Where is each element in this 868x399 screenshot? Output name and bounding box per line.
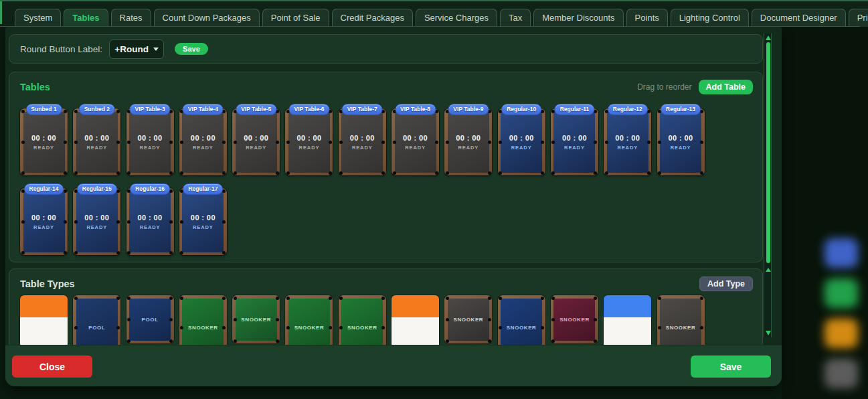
table-card-vip-table-7[interactable]: VIP Table-700 : 00READY xyxy=(339,108,386,175)
table-timer: 00 : 00 xyxy=(31,214,56,222)
pocket-dot xyxy=(21,110,25,113)
tab-points[interactable]: Points xyxy=(626,9,668,27)
tab-rates[interactable]: Rates xyxy=(111,9,151,27)
type-card-10[interactable]: SNOOKER xyxy=(498,295,545,349)
table-felt: 00 : 00READY xyxy=(23,112,65,173)
table-card-sunbed-1[interactable]: Sunbed 100 : 00READY xyxy=(20,108,68,175)
table-felt: 00 : 00READY xyxy=(182,112,224,173)
tab-member-discounts[interactable]: Member Discounts xyxy=(533,9,623,27)
table-card-vip-table-4[interactable]: VIP Table-400 : 00READY xyxy=(179,108,227,175)
table-name-badge: VIP Table-3 xyxy=(130,104,171,115)
pocket-dot xyxy=(339,297,343,300)
table-felt: 00 : 00READY xyxy=(23,191,65,252)
pocket-dot xyxy=(286,297,290,300)
type-label: POOL xyxy=(88,325,105,331)
pocket-dot xyxy=(339,141,343,144)
type-card-1[interactable] xyxy=(20,295,68,348)
pocket-dot xyxy=(339,171,343,175)
type-label: SNOOKER xyxy=(347,325,377,331)
tab-count-down-packages[interactable]: Count Down Packages xyxy=(154,9,260,27)
table-name-badge: VIP Table-9 xyxy=(448,104,489,115)
pocket-dot xyxy=(64,251,67,254)
table-card-regular-12[interactable]: Regular-1200 : 00READY xyxy=(604,108,651,175)
tab-tables[interactable]: Tables xyxy=(64,9,108,27)
pocket-dot xyxy=(222,171,226,175)
table-card-regular-17[interactable]: Regular-1700 : 00READY xyxy=(179,188,227,255)
type-card-5[interactable]: SNOOKER xyxy=(232,295,280,343)
add-table-button[interactable]: Add Table xyxy=(699,80,754,94)
pocket-dot xyxy=(169,251,173,254)
pocket-dot xyxy=(21,171,25,175)
close-button[interactable]: Close xyxy=(12,355,92,378)
tab-document-designer[interactable]: Document Designer xyxy=(752,9,846,27)
table-card-sunbed-2[interactable]: Sunbed 200 : 00READY xyxy=(73,108,120,175)
table-name-badge: Regular-15 xyxy=(77,183,117,195)
pocket-dot xyxy=(180,326,183,329)
tab-service-charges[interactable]: Service Charges xyxy=(416,9,497,27)
content-scrollbar[interactable] xyxy=(764,33,772,337)
type-card-9[interactable]: SNOOKER xyxy=(444,295,492,343)
type-card-2[interactable]: POOL xyxy=(73,295,120,349)
table-timer: 00 : 00 xyxy=(244,134,268,142)
table-timer: 00 : 00 xyxy=(191,214,215,222)
pocket-dot xyxy=(541,141,544,144)
pocket-dot xyxy=(329,171,332,175)
table-name-badge: VIP Table-8 xyxy=(395,104,436,115)
table-card-vip-table-8[interactable]: VIP Table-800 : 00READY xyxy=(392,108,439,175)
pocket-dot xyxy=(74,251,78,254)
table-card-regular-11[interactable]: Regular-1100 : 00READY xyxy=(551,108,598,175)
pocket-dot xyxy=(605,141,608,144)
table-status: READY xyxy=(140,224,161,230)
table-card-vip-table-9[interactable]: VIP Table-900 : 00READY xyxy=(444,108,492,175)
pocket-dot xyxy=(116,326,120,329)
table-card-regular-15[interactable]: Regular-1500 : 00READY xyxy=(73,188,120,255)
table-timer: 00 : 00 xyxy=(84,134,109,142)
scrollbar-up-arrow-icon[interactable] xyxy=(766,35,771,40)
table-status: READY xyxy=(352,145,373,151)
type-card-8[interactable] xyxy=(392,295,439,348)
round-label-select[interactable]: +Round xyxy=(109,39,164,59)
type-felt: POOL xyxy=(129,299,171,341)
pocket-dot xyxy=(647,171,650,175)
type-card-11[interactable]: SNOOKER xyxy=(551,295,598,343)
type-card-3[interactable]: POOL xyxy=(126,295,174,343)
pocket-dot xyxy=(127,141,131,144)
pocket-dot xyxy=(594,297,597,300)
scrollbar-down-arrow-icon[interactable] xyxy=(766,331,771,335)
tab-point-of-sale[interactable]: Point of Sale xyxy=(262,9,329,27)
tab-system[interactable]: System xyxy=(15,9,61,27)
scrollbar-thumb[interactable] xyxy=(766,42,770,263)
table-card-regular-14[interactable]: Regular-1400 : 00READY xyxy=(20,188,68,255)
table-card-regular-13[interactable]: Regular-1300 : 00READY xyxy=(657,108,705,175)
type-label: SNOOKER xyxy=(188,325,218,331)
type-color-bottom xyxy=(20,317,68,348)
pocket-dot xyxy=(594,339,597,343)
table-card-regular-10[interactable]: Regular-1000 : 00READY xyxy=(498,108,545,175)
type-label: SNOOKER xyxy=(454,317,484,323)
table-felt: 00 : 00READY xyxy=(288,112,330,173)
table-card-regular-16[interactable]: Regular-1600 : 00READY xyxy=(126,188,174,255)
save-button[interactable]: Save xyxy=(691,355,771,378)
table-felt: 00 : 00READY xyxy=(129,191,171,252)
tab-printers[interactable]: Printers xyxy=(849,9,868,27)
table-card-vip-table-5[interactable]: VIP Table-500 : 00READY xyxy=(232,108,280,175)
pocket-dot xyxy=(21,251,25,254)
table-card-vip-table-3[interactable]: VIP Table-300 : 00READY xyxy=(126,108,174,175)
type-card-13[interactable]: SNOOKER xyxy=(657,295,705,349)
table-timer: 00 : 00 xyxy=(191,134,215,142)
tab-credit-packages[interactable]: Credit Packages xyxy=(332,9,413,27)
drag-to-reorder-hint: Drag to reorder xyxy=(637,82,691,92)
table-timer: 00 : 00 xyxy=(138,134,163,142)
tab-lighting-control[interactable]: Lighting Control xyxy=(671,9,749,27)
tab-tax[interactable]: Tax xyxy=(500,9,531,27)
add-type-button[interactable]: Add Type xyxy=(699,276,753,291)
table-status: READY xyxy=(33,224,54,230)
type-card-6[interactable]: SNOOKER xyxy=(285,295,333,349)
table-card-vip-table-6[interactable]: VIP Table-600 : 00READY xyxy=(285,108,333,175)
round-label-save-button[interactable]: Save xyxy=(175,43,208,55)
type-card-4[interactable]: SNOOKER xyxy=(179,295,227,349)
scrollbar-section-up-arrow-icon[interactable] xyxy=(766,268,771,272)
type-card-12[interactable] xyxy=(604,295,651,348)
type-color-top xyxy=(20,295,68,317)
type-card-7[interactable]: SNOOKER xyxy=(339,295,386,349)
